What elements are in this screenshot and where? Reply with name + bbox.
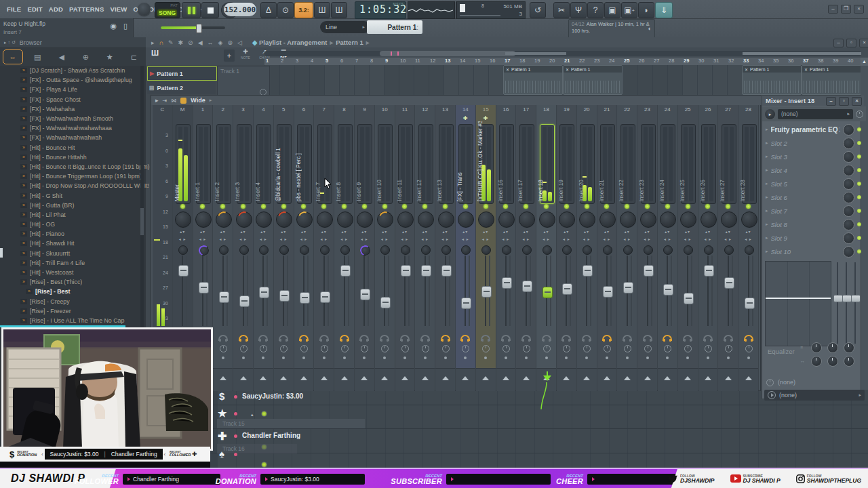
- mixer-channel-10[interactable]: 10Insert 10▴▾◂ ▸: [375, 105, 395, 390]
- input-source-dropdown[interactable]: (none)▸: [778, 109, 853, 119]
- record-arm-dot[interactable]: [464, 357, 467, 359]
- pause-button[interactable]: [182, 2, 201, 18]
- clock-icon[interactable]: [745, 345, 753, 352]
- channel-enable-led[interactable]: [180, 204, 185, 209]
- playlist-minimize-button[interactable]: –: [833, 39, 844, 47]
- volume-fader[interactable]: [623, 282, 633, 293]
- pan-knob[interactable]: [357, 211, 373, 228]
- clock-icon[interactable]: [361, 345, 368, 352]
- collapse-arrow-icon[interactable]: [624, 376, 631, 380]
- browser-item[interactable]: »[FX] - Wahwahwahwah Smooth: [0, 114, 146, 123]
- volume-fader[interactable]: [522, 281, 532, 292]
- slot-enable-led[interactable]: [857, 127, 861, 131]
- follower-track-label[interactable]: Chandler Farthing: [242, 432, 300, 439]
- mixer-channel-16[interactable]: 16Insert 16▴▾◂ ▸: [496, 105, 517, 390]
- stereo-knob[interactable]: [745, 245, 754, 255]
- pan-arrows-icon[interactable]: ◂ ▸: [254, 237, 273, 241]
- mixer-channel-26[interactable]: 26Insert 26▴▾◂ ▸: [698, 105, 719, 390]
- volume-fader[interactable]: [380, 297, 391, 308]
- headphones-cue-icon[interactable]: [703, 335, 713, 341]
- headphones-cue-icon[interactable]: [380, 335, 389, 341]
- pan-knob[interactable]: [418, 211, 434, 228]
- volume-fader[interactable]: [340, 265, 351, 277]
- browser-item[interactable]: »[Hit] - Westcoast: [0, 268, 146, 277]
- stereo-sep-icon[interactable]: ▴▾: [415, 229, 435, 234]
- clock-icon[interactable]: [624, 345, 631, 352]
- stereo-sep-icon[interactable]: ▴▾: [678, 229, 698, 234]
- pan-knob[interactable]: [721, 211, 737, 228]
- pan-knob[interactable]: [276, 211, 292, 228]
- stereo-sep-icon[interactable]: ▴▾: [254, 229, 273, 234]
- volume-fader[interactable]: [178, 265, 189, 277]
- mixer-channel-12[interactable]: 12Insert 12▴▾◂ ▸: [415, 105, 435, 390]
- pan-knob[interactable]: [559, 211, 575, 228]
- clock-icon[interactable]: [381, 345, 389, 352]
- record-arm-dot[interactable]: [585, 357, 588, 359]
- record-arm-dot[interactable]: [646, 357, 649, 359]
- mixer-channel-28[interactable]: 28Insert 28▴▾◂ ▸: [738, 105, 759, 390]
- mixer-channel-22[interactable]: 22Insert 22▴▾◂ ▸: [617, 105, 637, 390]
- track-mute-dot[interactable]: [234, 453, 237, 456]
- pan-arrows-icon[interactable]: ◂ ▸: [617, 237, 637, 241]
- pan-knob[interactable]: [701, 211, 717, 228]
- headphones-cue-icon[interactable]: [420, 335, 430, 341]
- browser-scrollbar[interactable]: [140, 66, 144, 364]
- browser-item[interactable]: »[Hit] - Trill Fam 4 Life: [0, 258, 146, 268]
- record-arm-dot[interactable]: [242, 357, 245, 359]
- stereo-knob[interactable]: [663, 245, 673, 255]
- stereo-knob[interactable]: [279, 245, 289, 255]
- clock-icon[interactable]: [705, 345, 712, 352]
- pan-arrows-icon[interactable]: ◂ ▸: [173, 237, 193, 241]
- slot-arrow-icon[interactable]: ▸: [766, 208, 768, 214]
- slot-arrow-icon[interactable]: ▸: [766, 154, 768, 159]
- volume-fader[interactable]: [481, 286, 492, 298]
- slot-mix-knob[interactable]: [843, 165, 854, 176]
- browser-item[interactable]: »[FX] - Playa 4 Life: [0, 85, 146, 94]
- stereo-sep-icon[interactable]: ▴▾: [314, 229, 334, 234]
- volume-fader[interactable]: [239, 296, 250, 307]
- slot-mix-knob[interactable]: [843, 138, 854, 149]
- record-arm-dot[interactable]: [505, 357, 507, 359]
- slot-arrow-icon[interactable]: ▸: [766, 167, 768, 173]
- slot-label[interactable]: Fruity parametric EQ 2: [771, 126, 840, 134]
- headphones-cue-icon[interactable]: [340, 335, 349, 341]
- track-target-led[interactable]: [261, 462, 267, 468]
- headphones-cue-icon[interactable]: [239, 335, 248, 341]
- panel-close-button[interactable]: ×: [852, 97, 862, 106]
- volume-fader[interactable]: [583, 265, 593, 277]
- stereo-sep-icon[interactable]: ▴▾: [738, 229, 758, 234]
- pan-arrows-icon[interactable]: ◂ ▸: [375, 237, 395, 241]
- clock-icon[interactable]: [321, 345, 328, 352]
- stereo-knob[interactable]: [197, 244, 210, 256]
- clock-icon[interactable]: [300, 345, 308, 352]
- channel-enable-led[interactable]: [342, 204, 347, 209]
- stereo-sep-icon[interactable]: ▴▾: [395, 229, 415, 234]
- restore-button[interactable]: ❐: [841, 5, 851, 14]
- slot-arrow-icon[interactable]: ▸: [766, 222, 768, 227]
- effect-slot-3[interactable]: ▸ Slot 3: [762, 150, 864, 163]
- pan-knob[interactable]: [236, 211, 252, 228]
- wait-for-input-icon[interactable]: ⊙: [277, 2, 294, 18]
- pan-knob[interactable]: [680, 211, 696, 228]
- menu-patterns[interactable]: PATTERNS: [69, 5, 104, 13]
- mixer-channel-9[interactable]: 9Insert 9▴▾◂ ▸: [355, 105, 375, 390]
- effect-slot-4[interactable]: ▸ Slot 4: [762, 163, 864, 177]
- stereo-knob[interactable]: [380, 245, 390, 255]
- record-arm-dot[interactable]: [363, 357, 366, 359]
- mixer-channel-18[interactable]: 18Insert 18▴▾◂ ▸: [536, 105, 557, 390]
- stereo-sep-icon[interactable]: ▴▾: [557, 229, 576, 234]
- channel-enable-led[interactable]: [422, 204, 427, 209]
- browser-item[interactable]: »[Hit] - Gutta (BR): [0, 201, 146, 210]
- slip-tool-icon[interactable]: ↔: [208, 39, 214, 46]
- pan-knob[interactable]: [175, 211, 191, 228]
- record-arm-dot[interactable]: [282, 357, 285, 359]
- record-arm-dot[interactable]: [383, 357, 386, 359]
- headphones-cue-icon[interactable]: [400, 335, 410, 341]
- pan-knob[interactable]: [478, 211, 494, 228]
- snap-magnet-icon[interactable]: ∩: [159, 39, 163, 46]
- clock-icon[interactable]: [422, 345, 429, 352]
- clock-icon[interactable]: [583, 345, 591, 352]
- eq-freq-knob[interactable]: [811, 342, 822, 353]
- volume-fader[interactable]: [259, 287, 269, 298]
- browser-item[interactable]: »[Hit] - Lil Phat: [0, 210, 146, 220]
